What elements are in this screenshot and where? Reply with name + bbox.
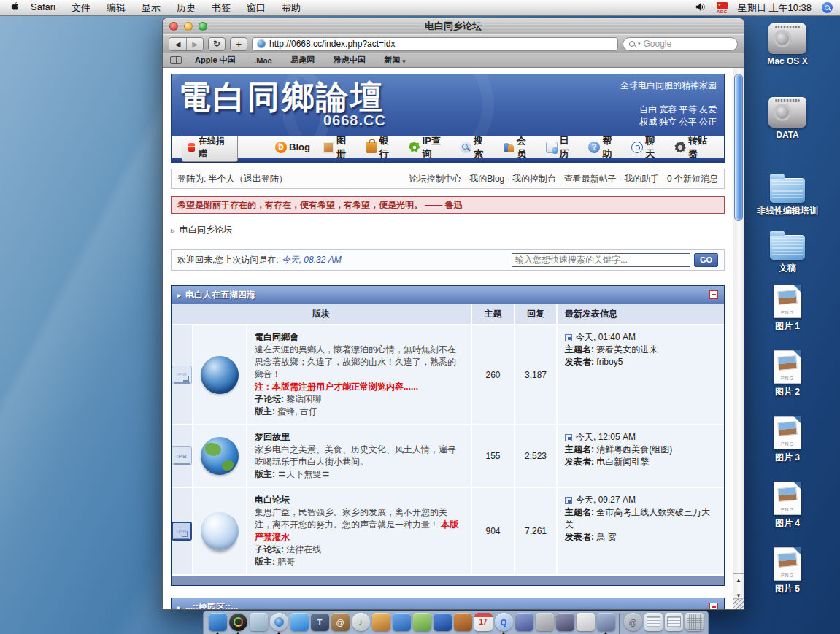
desktop-icon[interactable]: PNG 图片 4 xyxy=(774,482,801,530)
spotlight-icon[interactable] xyxy=(822,2,833,13)
last-poster-link[interactable]: 鳥 窝 xyxy=(596,532,616,542)
apple-menu[interactable] xyxy=(6,1,23,15)
forum-nav-item[interactable]: 转贴器 xyxy=(674,134,714,161)
user-link[interactable]: 查看最新帖子 xyxy=(556,173,617,185)
moderator-names[interactable]: 蜜蜂, 古仔 xyxy=(277,406,317,417)
user-link[interactable]: 我的Blog xyxy=(462,173,505,185)
menu-item[interactable]: 历史 xyxy=(177,1,196,15)
trash-dock-icon[interactable] xyxy=(684,613,704,634)
breadcrumb-label[interactable]: 电白同乡论坛 xyxy=(180,224,232,236)
user-link[interactable]: 0 个新短消息 xyxy=(659,173,718,185)
bookmark-item[interactable]: .Mac xyxy=(254,55,277,66)
quicktime-dock-icon[interactable]: Q xyxy=(493,613,514,634)
volume-icon[interactable] xyxy=(695,2,706,14)
forum-nav-item[interactable]: 银行 xyxy=(366,134,396,161)
menu-item[interactable]: 窗口 xyxy=(247,1,266,15)
ichat-dock-icon[interactable] xyxy=(289,613,309,634)
ical-dock-icon[interactable]: 17 xyxy=(473,613,493,634)
automator-dock-icon[interactable] xyxy=(514,613,534,634)
login-status[interactable]: 登陆为: 半个人（退出登陆） xyxy=(177,173,288,185)
textedit-dock-icon[interactable]: T xyxy=(309,613,330,634)
user-link[interactable]: 论坛控制中心 xyxy=(409,173,462,185)
category-header[interactable]: 电白人在五湖四海 xyxy=(172,286,724,304)
itunes-dock-icon[interactable]: ♪ xyxy=(350,613,371,634)
collapse-button[interactable] xyxy=(709,290,718,299)
input-method-icon[interactable]: ABC xyxy=(717,2,728,14)
menu-clock[interactable]: 星期日 上午10:38 xyxy=(738,1,812,15)
reload-button[interactable] xyxy=(208,37,226,51)
desktop-icon[interactable]: 非线性编辑培训 xyxy=(757,171,818,217)
final-cut-dock-icon[interactable] xyxy=(555,613,575,634)
desktop-icon[interactable]: DATA xyxy=(768,97,806,140)
last-post-icon[interactable] xyxy=(565,434,572,441)
last-post-icon[interactable] xyxy=(565,497,572,504)
menu-item[interactable]: 编辑 xyxy=(107,1,126,15)
category-header[interactable]: ...::校园区::... xyxy=(172,598,724,609)
last-poster-link[interactable]: friboy5 xyxy=(596,357,623,367)
forum-title-link[interactable]: 電白同鄉會 xyxy=(255,331,463,344)
forum-nav-item[interactable]: Blog xyxy=(275,134,310,161)
idvd-dock-icon[interactable] xyxy=(432,613,452,634)
forum-nav-item[interactable]: 帮助 xyxy=(588,134,619,161)
address-bar[interactable]: http://0668.cc/index.php?act=idx xyxy=(252,37,618,51)
forum-nav-item[interactable]: 聊天 xyxy=(631,134,662,161)
bookmark-item[interactable]: 新闻 xyxy=(384,55,406,66)
bookmarks-book-icon[interactable] xyxy=(170,56,182,64)
forward-button[interactable] xyxy=(186,38,203,50)
front-row-dock-icon[interactable] xyxy=(534,613,555,634)
bookmark-item[interactable]: Apple 中国 xyxy=(195,55,241,66)
menu-item[interactable]: 显示 xyxy=(142,1,161,15)
forum-nav-item[interactable]: IP查询 xyxy=(409,134,447,161)
web-location-dock-icon[interactable]: @ xyxy=(623,613,643,634)
vertical-scrollbar[interactable] xyxy=(733,68,744,598)
dashboard-dock-icon[interactable] xyxy=(228,613,248,634)
toast-dock-icon[interactable] xyxy=(575,613,596,634)
forum-banner[interactable]: 電白同鄉論壇 0668.CC 全球电白同胞的精神家园 自由 宽容 平等 友爱 权… xyxy=(172,74,724,136)
user-link[interactable]: 我的控制台 xyxy=(504,173,556,185)
collapse-button[interactable] xyxy=(709,603,718,609)
minimized-window-dock-icon[interactable] xyxy=(663,613,684,634)
donate-button[interactable]: 在线捐赠 xyxy=(182,133,238,162)
back-button[interactable] xyxy=(169,38,186,50)
address-book-dock-icon[interactable]: @ xyxy=(330,613,350,634)
menu-item[interactable]: Safari xyxy=(31,1,55,15)
mail-dock-icon[interactable] xyxy=(248,613,269,634)
desktop-icon[interactable]: 文稿 xyxy=(770,228,805,274)
desktop-icon[interactable]: PNG 图片 5 xyxy=(774,547,801,595)
desktop-icon[interactable]: PNG 图片 2 xyxy=(774,350,801,398)
last-post-icon[interactable] xyxy=(565,334,572,341)
window-title-bar[interactable]: 电白同乡论坛 xyxy=(163,18,744,34)
window-resize-grip[interactable] xyxy=(733,598,744,609)
forum-nav-item[interactable]: 搜索 xyxy=(460,134,490,161)
forum-nav-item[interactable]: 图册 xyxy=(323,134,353,161)
image-capture-dock-icon[interactable] xyxy=(596,613,616,634)
finder-dock-icon[interactable] xyxy=(207,613,228,634)
sheet-music-dock-icon[interactable] xyxy=(412,613,432,634)
last-topic-link[interactable]: 清鲜粤西美食(组图) xyxy=(596,444,672,455)
imovie-dock-icon[interactable] xyxy=(391,613,412,634)
minimized-window-dock-icon[interactable] xyxy=(643,613,663,634)
desktop-icon[interactable]: Mac OS X xyxy=(767,23,807,66)
forum-nav-item[interactable]: 会员 xyxy=(503,134,533,161)
bookmark-item[interactable]: 易趣网 xyxy=(290,55,320,66)
subforum-link[interactable]: 法律在线 xyxy=(286,544,321,554)
forum-title-link[interactable]: 梦回故里 xyxy=(255,431,463,444)
safari-dock-icon[interactable] xyxy=(269,613,289,634)
google-search-field[interactable]: ▾ Google xyxy=(623,37,738,51)
scrollbar-thumb[interactable] xyxy=(734,74,743,221)
moderator-names[interactable]: 〓天下無雙〓 xyxy=(277,469,330,479)
subforum-link[interactable]: 黎话闲聊 xyxy=(286,394,321,404)
last-topic-link[interactable]: 要看美女的进来 xyxy=(596,344,658,355)
menu-item[interactable]: 帮助 xyxy=(282,1,301,15)
forum-title-link[interactable]: 电白论坛 xyxy=(255,494,463,506)
menu-item[interactable]: 文件 xyxy=(72,1,90,15)
bookmark-item[interactable]: 雅虎中国 xyxy=(334,55,371,66)
add-bookmark-button[interactable] xyxy=(230,37,247,51)
desktop-icon[interactable]: PNG 图片 1 xyxy=(774,285,801,333)
garageband-dock-icon[interactable] xyxy=(452,613,473,634)
scroll-up-arrow[interactable] xyxy=(736,572,741,585)
desktop-icon[interactable]: PNG 图片 3 xyxy=(774,416,801,464)
quick-search-input[interactable] xyxy=(512,253,690,267)
iphoto-dock-icon[interactable] xyxy=(371,613,391,634)
go-button[interactable]: GO xyxy=(694,253,718,267)
